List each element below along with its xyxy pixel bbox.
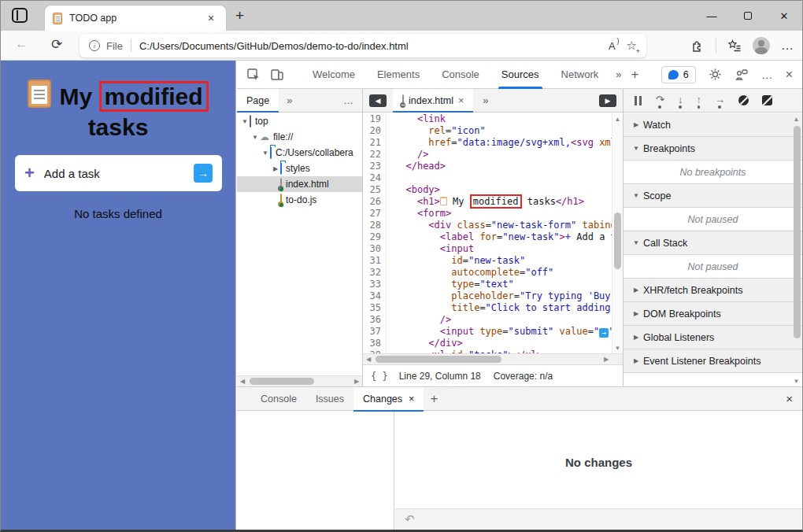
- line-number[interactable]: 21: [363, 137, 387, 149]
- scrollbar-thumb[interactable]: [250, 378, 314, 385]
- workspaces-icon[interactable]: [12, 8, 28, 23]
- expander-icon[interactable]: ▼: [250, 134, 260, 141]
- read-aloud-icon[interactable]: A: [609, 40, 616, 52]
- navigator-tab-page[interactable]: Page: [237, 89, 279, 113]
- code-text[interactable]: />: [387, 149, 428, 161]
- reload-button[interactable]: ⟳: [51, 36, 62, 53]
- minimize-button[interactable]: —: [694, 1, 730, 31]
- collapse-navigator-icon[interactable]: ◀: [369, 94, 387, 107]
- tree-item-cuserscollabera[interactable]: ▼C:/Users/collabera: [237, 145, 362, 161]
- expander-icon[interactable]: ▼: [261, 150, 270, 157]
- page-info-icon[interactable]: i: [89, 40, 100, 51]
- expander-icon[interactable]: ▼: [631, 192, 641, 199]
- expand-debugger-icon[interactable]: ▶: [599, 94, 616, 107]
- drawer-close-icon[interactable]: ×: [786, 392, 793, 405]
- tree-item-file[interactable]: ▼☁file://: [237, 129, 362, 145]
- tree-item-styles[interactable]: ▶styles: [237, 161, 362, 176]
- debugger-vertical-scrollbar[interactable]: ▲ ▼: [791, 113, 802, 386]
- section-event-listener-breakpoints[interactable]: ▶Event Listener Breakpoints: [624, 349, 802, 373]
- expander-icon[interactable]: ▶: [271, 165, 280, 172]
- line-number[interactable]: 36: [363, 314, 387, 326]
- add-task-form[interactable]: + Add a task →: [15, 155, 222, 191]
- section-call-stack[interactable]: ▼Call Stack: [624, 231, 802, 255]
- maximize-button[interactable]: [730, 1, 766, 31]
- code-area[interactable]: 19 <link20 rel="icon"21 href="data:image…: [363, 113, 612, 353]
- scrollbar-thumb[interactable]: [794, 126, 801, 338]
- code-text[interactable]: <input: [387, 243, 474, 255]
- tab-network[interactable]: Network: [550, 61, 610, 89]
- code-text[interactable]: type="text": [387, 279, 514, 290]
- code-text[interactable]: placeholder="Try typing 'Buy mi: [387, 290, 612, 302]
- code-text[interactable]: <label for="new-task">+ Add a ta: [387, 231, 612, 243]
- tab-elements[interactable]: Elements: [366, 61, 431, 89]
- tree-item-to-do.js[interactable]: to-do.js: [237, 192, 362, 208]
- drawer-tab-changes[interactable]: Changes ×: [353, 387, 424, 411]
- tab-welcome[interactable]: Welcome: [302, 61, 366, 89]
- expander-icon[interactable]: ▼: [240, 118, 250, 125]
- line-number[interactable]: 26: [363, 196, 387, 208]
- line-number[interactable]: 22: [363, 149, 387, 161]
- url-text[interactable]: C:/Users/Documents/GitHub/Demos/demo-to-…: [139, 40, 604, 52]
- settings-gear-icon[interactable]: [709, 68, 722, 81]
- section-breakpoints[interactable]: ▼Breakpoints: [624, 137, 802, 161]
- device-emulation-icon[interactable]: [270, 68, 284, 82]
- scroll-up-icon[interactable]: ▲: [612, 113, 623, 124]
- code-text[interactable]: rel="icon": [387, 125, 486, 137]
- pause-on-exceptions-icon[interactable]: [762, 95, 772, 105]
- code-text[interactable]: <div class="new-task-form" tabindex: [387, 220, 612, 231]
- step-icon[interactable]: →: [715, 94, 725, 107]
- navigator-more-tabs-icon[interactable]: »: [287, 94, 292, 106]
- line-number[interactable]: 35: [363, 302, 387, 314]
- code-text[interactable]: href="data:image/svg+xml,<svg xmlns: [387, 137, 612, 149]
- editor-horizontal-scrollbar[interactable]: ◀ ▶: [363, 353, 623, 364]
- code-text[interactable]: />: [387, 314, 451, 326]
- expander-icon[interactable]: ▼: [631, 145, 641, 152]
- address-bar[interactable]: i File C:/Users/Documents/GitHub/Demos/d…: [80, 34, 646, 57]
- step-over-icon[interactable]: ↷: [656, 94, 664, 107]
- expander-icon[interactable]: ▶: [631, 121, 641, 128]
- code-text[interactable]: <form>: [387, 208, 451, 220]
- pause-script-icon[interactable]: [635, 96, 642, 105]
- devtools-close-icon[interactable]: ×: [786, 68, 793, 82]
- extensions-icon[interactable]: [690, 39, 705, 53]
- code-text[interactable]: </div>: [387, 338, 463, 349]
- feedback-icon[interactable]: [735, 68, 749, 82]
- code-text[interactable]: id="new-task": [387, 255, 525, 267]
- scroll-down-icon[interactable]: ▼: [791, 375, 801, 386]
- tab-console[interactable]: Console: [431, 61, 490, 89]
- add-panel-icon[interactable]: +: [631, 67, 638, 83]
- code-text[interactable]: title="Click to start adding a: [387, 302, 612, 314]
- line-number[interactable]: 27: [363, 208, 387, 220]
- code-text[interactable]: autocomplete="off": [387, 267, 553, 279]
- expander-icon[interactable]: ▶: [631, 310, 641, 317]
- changes-tab-close-icon[interactable]: ×: [409, 393, 414, 405]
- browser-tab-todo-app[interactable]: TODO app ×: [45, 6, 226, 31]
- inspect-element-icon[interactable]: [246, 68, 261, 82]
- devtools-more-menu-icon[interactable]: …: [761, 68, 773, 81]
- line-number[interactable]: 31: [363, 255, 387, 267]
- drawer-tab-issues[interactable]: Issues: [306, 387, 353, 411]
- line-number[interactable]: 38: [363, 338, 387, 349]
- scroll-right-icon[interactable]: ▶: [351, 376, 362, 386]
- code-text[interactable]: <input type="submit" value="→" /: [387, 326, 612, 338]
- editor-more-tabs-icon[interactable]: »: [483, 94, 488, 106]
- scrollbar-thumb[interactable]: [376, 356, 501, 363]
- line-number[interactable]: 20: [363, 125, 387, 137]
- section-scope[interactable]: ▼Scope: [624, 184, 802, 208]
- close-window-button[interactable]: ✕: [766, 1, 802, 31]
- line-number[interactable]: 28: [363, 220, 387, 231]
- more-tabs-icon[interactable]: »: [616, 68, 621, 80]
- tree-item-index.html[interactable]: index.html: [237, 176, 362, 192]
- code-text[interactable]: <body>: [387, 184, 440, 196]
- pretty-print-icon[interactable]: { }: [371, 371, 388, 382]
- line-number[interactable]: 23: [363, 161, 387, 172]
- editor-tab-close-icon[interactable]: ×: [458, 95, 464, 106]
- tab-sources[interactable]: Sources: [490, 61, 550, 89]
- tab-close-icon[interactable]: ×: [204, 12, 218, 24]
- add-task-submit-button[interactable]: →: [194, 164, 213, 183]
- scroll-down-icon[interactable]: ▼: [612, 342, 623, 353]
- scroll-up-icon[interactable]: ▲: [791, 113, 801, 124]
- editor-tab-index-html[interactable]: index.html ×: [393, 89, 473, 113]
- drawer-add-tab-icon[interactable]: +: [430, 391, 438, 407]
- code-text[interactable]: </head>: [387, 161, 446, 172]
